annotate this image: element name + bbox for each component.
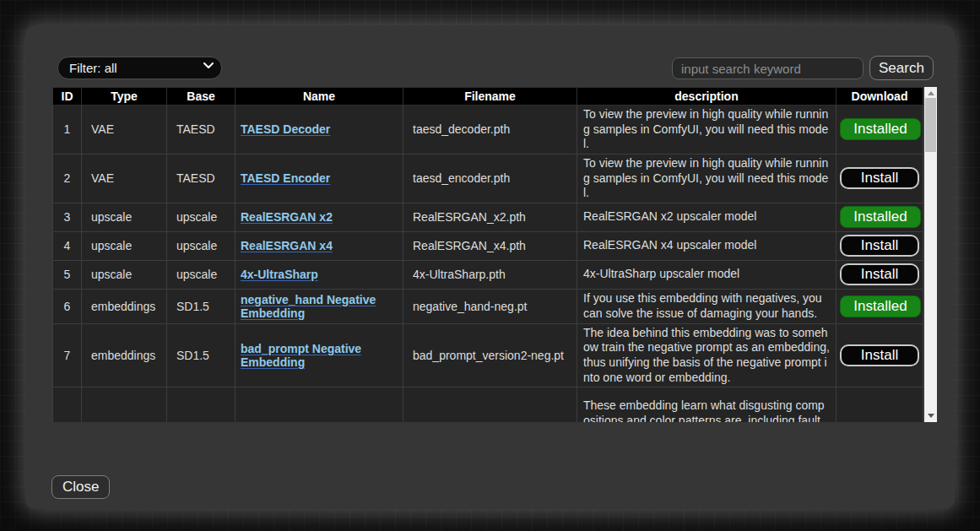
cell-name: RealESRGAN x4 xyxy=(236,231,403,260)
cell-description: These embedding learn what disgusting co… xyxy=(577,387,837,422)
cell-name: bad_prompt Negative Embedding xyxy=(236,323,403,387)
table-row: 7 embeddings SD1.5 bad_prompt Negative E… xyxy=(53,323,923,387)
cell-description: RealESRGAN x4 upscaler model xyxy=(577,231,837,260)
cell-base: SD1.5 xyxy=(167,289,236,323)
table-row: 4 upscale upscale RealESRGAN x4 RealESRG… xyxy=(53,231,923,260)
model-link[interactable]: negative_hand Negative Embedding xyxy=(241,293,376,320)
cell-base: TAESD xyxy=(167,106,236,154)
cell-download xyxy=(837,387,923,422)
cell-id: 4 xyxy=(53,231,82,260)
cell-description: If you use this embedding with negatives… xyxy=(577,289,837,323)
cell-id xyxy=(53,387,82,422)
installed-button[interactable]: Installed xyxy=(840,295,921,317)
cell-filename: negative_hand-neg.pt xyxy=(403,289,577,323)
cell-type xyxy=(82,387,167,422)
scrollbar-thumb[interactable] xyxy=(925,98,936,152)
cell-description: 4x-UltraSharp upscaler model xyxy=(577,260,837,289)
cell-download: Install xyxy=(837,154,923,203)
cell-type: upscale xyxy=(82,260,167,289)
cell-description: The idea behind this embedding was to so… xyxy=(577,323,837,387)
cell-id: 2 xyxy=(53,154,82,203)
model-link[interactable]: RealESRGAN x4 xyxy=(241,239,333,252)
cell-filename: taesd_decoder.pth xyxy=(403,106,577,154)
table-row: 3 upscale upscale RealESRGAN x2 RealESRG… xyxy=(53,203,923,231)
table-row: 1 VAE TAESD TAESD Decoder taesd_decoder.… xyxy=(53,106,923,154)
cell-name: TAESD Decoder xyxy=(236,106,403,154)
column-header-name: Name xyxy=(236,88,403,106)
cell-base xyxy=(167,387,236,422)
cell-download: Installed xyxy=(837,289,923,323)
cell-download: Install xyxy=(837,260,923,289)
table-row: 5 upscale upscale 4x-UltraSharp 4x-Ultra… xyxy=(53,260,923,289)
model-link[interactable]: TAESD Encoder xyxy=(241,171,330,185)
cell-id: 1 xyxy=(53,106,82,154)
column-header-description: description xyxy=(577,88,837,106)
install-button[interactable]: Install xyxy=(840,263,919,285)
cell-base: upscale xyxy=(167,231,236,260)
vertical-scrollbar[interactable] xyxy=(924,87,937,422)
search-button[interactable]: Search xyxy=(869,56,934,80)
cell-name: RealESRGAN x2 xyxy=(236,203,403,231)
table-row: 6 embeddings SD1.5 negative_hand Negativ… xyxy=(53,289,923,323)
filter-select[interactable]: Filter: all xyxy=(57,57,222,79)
cell-download: Installed xyxy=(837,106,923,154)
column-header-download: Download xyxy=(837,88,923,106)
cell-type: upscale xyxy=(82,231,167,260)
cell-name: 4x-UltraSharp xyxy=(236,260,403,289)
cell-id: 7 xyxy=(53,323,82,387)
cell-download: Installed xyxy=(837,203,923,231)
scroll-down-icon[interactable] xyxy=(924,410,937,421)
model-link[interactable]: RealESRGAN x2 xyxy=(241,210,333,224)
installed-button[interactable]: Installed xyxy=(840,118,921,140)
column-header-base: Base xyxy=(167,88,236,106)
cell-type: embeddings xyxy=(82,323,167,387)
cell-id: 5 xyxy=(53,260,82,289)
models-table: ID Type Base Name Filename description D… xyxy=(52,87,923,422)
cell-base: TAESD xyxy=(167,154,236,203)
cell-type: VAE xyxy=(82,106,167,154)
install-button[interactable]: Install xyxy=(840,344,919,366)
model-link[interactable]: bad_prompt Negative Embedding xyxy=(241,342,361,369)
close-button[interactable]: Close xyxy=(51,475,110,499)
install-models-dialog: Filter: all Search ID Type Base Name Fil… xyxy=(25,25,955,509)
filter-select-wrap: Filter: all xyxy=(57,57,222,79)
cell-filename: taesd_encoder.pth xyxy=(403,154,577,203)
cell-name: negative_hand Negative Embedding xyxy=(236,289,403,323)
column-header-id: ID xyxy=(53,88,82,106)
cell-name: TAESD Encoder xyxy=(236,154,403,203)
cell-base: SD1.5 xyxy=(167,323,236,387)
cell-type: VAE xyxy=(82,154,167,203)
model-link[interactable]: TAESD Decoder xyxy=(241,122,330,136)
cell-type: embeddings xyxy=(82,289,167,323)
cell-filename: 4x-UltraSharp.pth xyxy=(403,260,577,289)
cell-type: upscale xyxy=(82,203,167,231)
search-input[interactable] xyxy=(672,57,864,79)
cell-download: Install xyxy=(837,323,923,387)
cell-download: Install xyxy=(837,231,923,260)
install-button[interactable]: Install xyxy=(840,235,919,257)
cell-filename xyxy=(403,387,577,422)
cell-id: 3 xyxy=(53,203,82,231)
install-button[interactable]: Install xyxy=(840,167,919,189)
table-row: These embedding learn what disgusting co… xyxy=(53,387,923,422)
column-header-filename: Filename xyxy=(403,88,577,106)
cell-description: RealESRGAN x2 upscaler model xyxy=(577,203,837,231)
cell-base: upscale xyxy=(167,203,236,231)
table-row: 2 VAE TAESD TAESD Encoder taesd_encoder.… xyxy=(53,154,923,203)
cell-id: 6 xyxy=(53,289,82,323)
table-body: 1 VAE TAESD TAESD Decoder taesd_decoder.… xyxy=(53,106,923,423)
column-header-type: Type xyxy=(82,88,167,106)
table-header-row: ID Type Base Name Filename description D… xyxy=(53,88,923,106)
cell-filename: RealESRGAN_x2.pth xyxy=(403,203,577,231)
cell-description: To view the preview in high quality whil… xyxy=(577,154,837,203)
cell-description: To view the preview in high quality whil… xyxy=(577,106,837,154)
model-link[interactable]: 4x-UltraSharp xyxy=(241,268,318,281)
cell-filename: bad_prompt_version2-neg.pt xyxy=(403,323,577,387)
cell-base: upscale xyxy=(167,260,236,289)
models-table-container: ID Type Base Name Filename description D… xyxy=(52,87,937,422)
cell-filename: RealESRGAN_x4.pth xyxy=(403,231,577,260)
cell-name xyxy=(236,387,403,422)
installed-button[interactable]: Installed xyxy=(840,206,921,228)
